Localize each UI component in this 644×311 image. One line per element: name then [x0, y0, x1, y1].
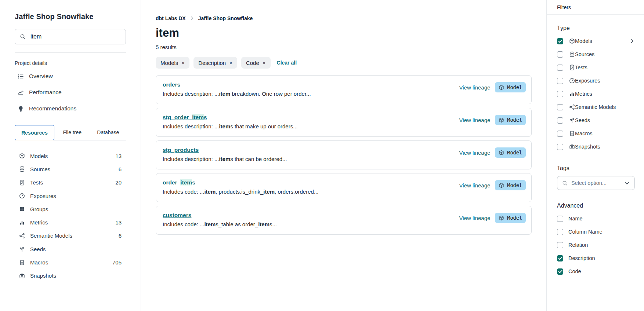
filter-label: Description	[568, 255, 595, 261]
macros-checkbox[interactable]	[557, 131, 563, 137]
name-checkbox[interactable]	[557, 216, 563, 222]
result-link[interactable]: customers	[163, 212, 191, 218]
sources-checkbox[interactable]	[557, 51, 563, 58]
badge-label: Model	[507, 84, 522, 90]
sidebar-item-seeds[interactable]: Seeds	[15, 242, 126, 256]
breadcrumb-item-project: Jaffle Shop Snowflake	[198, 15, 253, 21]
semantic-models-checkbox[interactable]	[557, 104, 563, 110]
resource-count: 705	[112, 259, 126, 266]
relation-checkbox[interactable]	[557, 242, 563, 248]
card-actions: View lineage Model	[459, 212, 526, 223]
card-main: stg_products Includes description: ...it…	[163, 147, 287, 163]
filter-label: Models	[575, 38, 592, 44]
filter-advanced-name: Name	[557, 212, 635, 225]
chevron-down-icon	[624, 180, 630, 186]
snapshots-checkbox[interactable]	[557, 144, 563, 150]
badge-label: Model	[507, 150, 522, 156]
sprout-icon	[19, 246, 30, 252]
resource-label: Macros	[30, 259, 48, 266]
view-lineage-link[interactable]: View lineage	[459, 84, 491, 91]
sidebar-item-models[interactable]: Models 13	[15, 149, 126, 162]
result-card-orders: orders Includes description: ...item bre…	[156, 75, 532, 104]
filter-label: Seeds	[575, 117, 590, 123]
gauge-icon	[19, 193, 30, 199]
chip-code: Code ×	[241, 57, 271, 69]
view-lineage-link[interactable]: View lineage	[459, 150, 491, 156]
filter-type-tests: Tests	[557, 61, 635, 74]
grid-icon	[19, 206, 30, 212]
filter-label: Column Name	[568, 229, 603, 235]
filter-type-exposures: Exposures	[557, 74, 635, 87]
tab-resources[interactable]: Resources	[15, 125, 54, 140]
result-link[interactable]: stg_products	[163, 147, 199, 153]
column-name-checkbox[interactable]	[557, 229, 563, 235]
file-icon	[569, 131, 575, 136]
chip-models: Models ×	[156, 57, 189, 69]
breadcrumb-item-dbt-labs-dx[interactable]: dbt Labs DX	[156, 15, 186, 21]
filter-type-sources: Sources	[557, 48, 635, 61]
chip-label: Code	[246, 60, 259, 66]
database-icon	[19, 166, 30, 172]
sidebar-item-tests[interactable]: Tests 20	[15, 176, 126, 189]
sidebar-item-exposures[interactable]: Exposures	[15, 189, 126, 202]
close-icon[interactable]: ×	[263, 60, 266, 66]
resource-count: 13	[115, 153, 126, 159]
card-actions: View lineage Model	[459, 147, 526, 158]
tab-file-tree[interactable]: File tree	[54, 129, 90, 135]
view-lineage-link[interactable]: View lineage	[459, 215, 491, 221]
sidebar-item-macros[interactable]: Macros 705	[15, 256, 126, 269]
models-checkbox[interactable]	[557, 38, 563, 44]
filter-type-models: Models	[557, 34, 635, 48]
sidebar-item-snapshots[interactable]: Snapshots	[15, 269, 126, 282]
search-icon	[20, 34, 26, 40]
metrics-checkbox[interactable]	[557, 91, 563, 97]
resource-label: Exposures	[30, 193, 56, 199]
resource-label: Sources	[30, 166, 50, 172]
description-checkbox[interactable]	[557, 255, 563, 261]
resource-count: 6	[119, 166, 126, 172]
search-input[interactable]	[30, 33, 121, 40]
resource-list: Models 13 Sources 6 Tests 20 Exposures G…	[15, 149, 126, 282]
tab-database[interactable]: Database	[90, 129, 126, 135]
result-link[interactable]: order_items	[163, 179, 195, 186]
sidebar-item-groups[interactable]: Groups	[15, 202, 126, 216]
sidebar-item-overview[interactable]: Overview	[15, 68, 126, 84]
gauge-icon	[569, 78, 575, 84]
page: Jaffle Shop Snowflake Project details Ov…	[0, 0, 644, 311]
view-lineage-link[interactable]: View lineage	[459, 182, 491, 189]
sidebar-item-metrics[interactable]: Metrics 13	[15, 216, 126, 229]
page-title: item	[156, 26, 532, 40]
tests-checkbox[interactable]	[557, 65, 563, 71]
filter-type-macros: Macros	[557, 127, 635, 140]
result-description: Includes description: ...items that can …	[163, 156, 287, 163]
filter-type-seeds: Seeds	[557, 114, 635, 127]
cube-icon	[499, 183, 504, 188]
resource-label: Seeds	[30, 246, 46, 252]
chevron-right-icon[interactable]	[629, 38, 635, 44]
code-checkbox[interactable]	[557, 268, 563, 275]
filter-label: Sources	[575, 51, 594, 57]
exposures-checkbox[interactable]	[557, 78, 563, 84]
filter-label: Relation	[568, 242, 588, 248]
sidebar-item-sources[interactable]: Sources 6	[15, 162, 126, 176]
result-link[interactable]: stg_order_items	[163, 114, 207, 120]
sidebar-item-semantic-models[interactable]: Semantic Models 6	[15, 229, 126, 242]
filter-label: Metrics	[575, 91, 592, 97]
sidebar-item-recommendations[interactable]: Recommendations	[15, 100, 126, 117]
sidebar-item-performance[interactable]: Performance	[15, 84, 126, 100]
view-lineage-link[interactable]: View lineage	[459, 117, 491, 123]
clear-all-link[interactable]: Clear all	[277, 60, 297, 66]
search-icon	[562, 180, 568, 186]
close-icon[interactable]: ×	[181, 60, 185, 66]
sidebar-search[interactable]	[15, 29, 126, 44]
list-icon	[18, 73, 24, 80]
close-icon[interactable]: ×	[229, 60, 232, 66]
badge-label: Model	[507, 117, 522, 123]
result-link[interactable]: orders	[163, 81, 180, 88]
tags-select[interactable]: Select option...	[557, 176, 635, 190]
results-list: orders Includes description: ...item bre…	[156, 75, 532, 235]
result-description: Includes code: ...items_table as order_i…	[163, 221, 277, 228]
resource-label: Groups	[30, 206, 48, 212]
clipboard-check-icon	[569, 65, 575, 70]
seeds-checkbox[interactable]	[557, 117, 563, 124]
